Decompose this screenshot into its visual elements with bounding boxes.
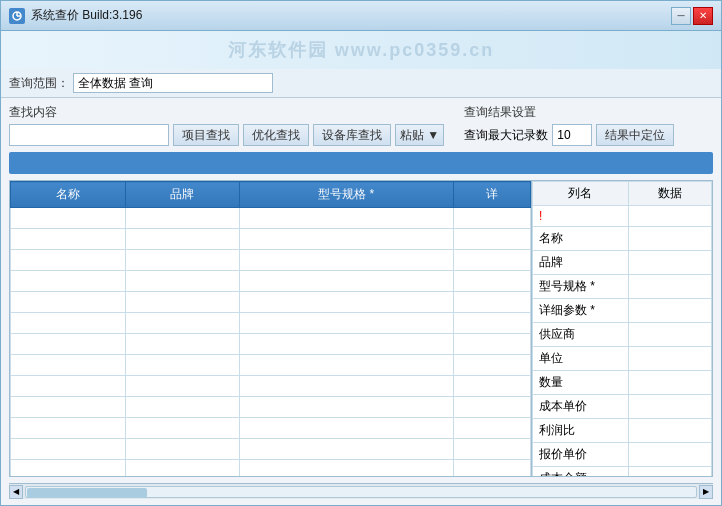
close-button[interactable]: ✕ [693, 7, 713, 25]
side-panel-field-name: 名称 [533, 227, 629, 251]
side-panel-field-data [628, 443, 711, 467]
table-row [11, 376, 531, 397]
side-panel-field-data [628, 419, 711, 443]
side-panel-field-name: 数量 [533, 371, 629, 395]
scope-input[interactable] [73, 73, 273, 93]
table-row [11, 313, 531, 334]
table-row [11, 208, 531, 229]
table-row [11, 334, 531, 355]
locate-button[interactable]: 结果中定位 [596, 124, 674, 146]
side-panel-row: 报价单价 [533, 443, 712, 467]
scope-label: 查询范围： [9, 75, 69, 92]
title-bar-left: 系统查价 Build:3.196 [9, 7, 142, 24]
table-area: 名称 品牌 型号规格 * 详 [9, 180, 713, 477]
side-panel-row: 单位 [533, 347, 712, 371]
side-panel-field-name: 利润比 [533, 419, 629, 443]
side-panel-field-name: 成本单价 [533, 395, 629, 419]
result-settings: 查询结果设置 查询最大记录数 结果中定位 [464, 104, 674, 146]
table-row [11, 418, 531, 439]
side-panel-field-data [628, 227, 711, 251]
side-col-data: 数据 [628, 182, 711, 206]
side-panel-field-data [628, 251, 711, 275]
main-table[interactable]: 名称 品牌 型号规格 * 详 [10, 181, 532, 476]
minimize-button[interactable]: ─ [671, 7, 691, 25]
item-search-button[interactable]: 项目查找 [173, 124, 239, 146]
side-panel-row: 成本金额 [533, 467, 712, 477]
side-panel-row: 供应商 [533, 323, 712, 347]
search-section: 查找内容 项目查找 优化查找 设备库查找 粘贴 ▼ 查询结果设置 查询最大记录数… [9, 104, 713, 146]
search-label: 查找内容 [9, 104, 444, 121]
table-row [11, 250, 531, 271]
side-panel-row: ! [533, 206, 712, 227]
watermark-bar: 河东软件园 www.pc0359.cn [1, 31, 721, 69]
col-header-model: 型号规格 * [240, 182, 454, 208]
scroll-right-button[interactable]: ▶ [699, 485, 713, 499]
side-panel-field-name: 供应商 [533, 323, 629, 347]
col-header-detail: 详 [453, 182, 530, 208]
app-icon [9, 8, 25, 24]
table-row [11, 439, 531, 460]
max-records-label: 查询最大记录数 [464, 127, 548, 144]
side-panel-field-name: 详细参数 * [533, 299, 629, 323]
result-settings-row: 查询最大记录数 结果中定位 [464, 124, 674, 146]
paste-button[interactable]: 粘贴 ▼ [395, 124, 444, 146]
side-panel-field-data [628, 299, 711, 323]
side-panel-field-data [628, 347, 711, 371]
table-row [11, 397, 531, 418]
main-window: 系统查价 Build:3.196 ─ ✕ 河东软件园 www.pc0359.cn… [0, 0, 722, 506]
side-panel-field-name: 单位 [533, 347, 629, 371]
watermark-text: 河东软件园 www.pc0359.cn [228, 38, 494, 62]
side-panel-field-name: 品牌 [533, 251, 629, 275]
table-row [11, 355, 531, 376]
side-panel-field-name: ! [533, 206, 629, 227]
action-bar [9, 152, 713, 174]
side-panel-field-data [628, 371, 711, 395]
table-row [11, 271, 531, 292]
side-panel-row: 品牌 [533, 251, 712, 275]
search-box: 查找内容 项目查找 优化查找 设备库查找 粘贴 ▼ [9, 104, 444, 146]
side-panel-row: 名称 [533, 227, 712, 251]
search-input-row: 项目查找 优化查找 设备库查找 粘贴 ▼ [9, 124, 444, 146]
col-header-brand: 品牌 [125, 182, 240, 208]
side-panel-field-data [628, 467, 711, 477]
col-header-name: 名称 [11, 182, 126, 208]
side-panel-field-data [628, 206, 711, 227]
side-panel-row: 详细参数 * [533, 299, 712, 323]
side-panel-field-name: 型号规格 * [533, 275, 629, 299]
scroll-left-button[interactable]: ◀ [9, 485, 23, 499]
side-panel-field-data [628, 395, 711, 419]
scroll-track[interactable] [25, 486, 697, 498]
table-row [11, 460, 531, 477]
table-row [11, 229, 531, 250]
max-records-input[interactable] [552, 124, 592, 146]
side-panel-field-name: 报价单价 [533, 443, 629, 467]
scope-bar: 查询范围： [1, 69, 721, 98]
side-panel-field-data [628, 323, 711, 347]
side-panel-field-name: 成本金额 [533, 467, 629, 477]
optimize-search-button[interactable]: 优化查找 [243, 124, 309, 146]
result-settings-label: 查询结果设置 [464, 104, 674, 121]
side-panel-row: 利润比 [533, 419, 712, 443]
horizontal-scrollbar[interactable]: ◀ ▶ [9, 483, 713, 499]
scroll-thumb[interactable] [27, 488, 147, 498]
title-bar: 系统查价 Build:3.196 ─ ✕ [1, 1, 721, 31]
side-col-name: 列名 [533, 182, 629, 206]
title-bar-buttons: ─ ✕ [671, 7, 713, 25]
search-input[interactable] [9, 124, 169, 146]
device-search-button[interactable]: 设备库查找 [313, 124, 391, 146]
side-panel-field-data [628, 275, 711, 299]
side-panel-row: 成本单价 [533, 395, 712, 419]
side-panel: 列名 数据 !名称品牌型号规格 *详细参数 *供应商单位数量成本单价利润比报价单… [532, 181, 712, 476]
window-title: 系统查价 Build:3.196 [31, 7, 142, 24]
side-panel-row: 型号规格 * [533, 275, 712, 299]
table-row [11, 292, 531, 313]
side-panel-row: 数量 [533, 371, 712, 395]
main-content: 查找内容 项目查找 优化查找 设备库查找 粘贴 ▼ 查询结果设置 查询最大记录数… [1, 98, 721, 505]
